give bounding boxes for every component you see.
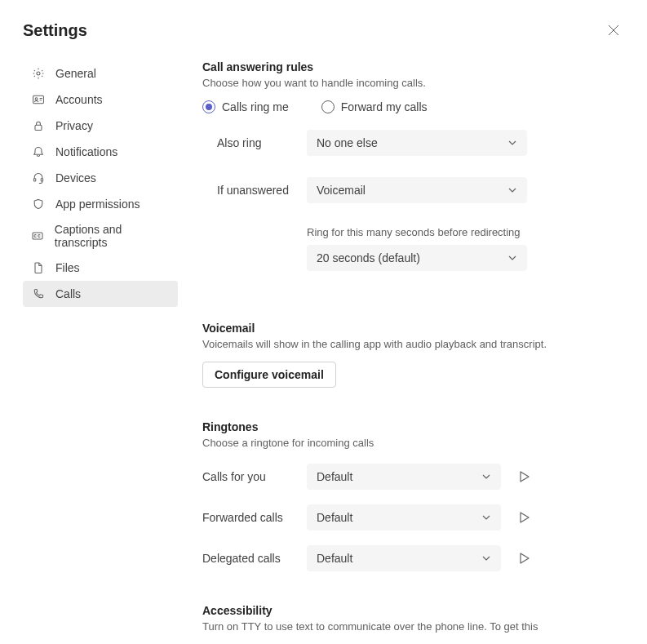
ringtone-calls-for-you-dropdown[interactable]: Default: [307, 464, 501, 490]
nav-item-captions[interactable]: Captions and transcripts: [23, 217, 178, 255]
nav-item-accounts[interactable]: Accounts: [23, 87, 178, 113]
chevron-down-icon: [507, 185, 517, 195]
ring-duration-label: Ring for this many seconds before redire…: [307, 226, 621, 238]
nav-item-general[interactable]: General: [23, 60, 178, 87]
dropdown-value: 20 seconds (default): [317, 251, 420, 264]
nav-item-label: Privacy: [55, 119, 93, 132]
svg-point-2: [35, 98, 38, 100]
ringtone-forwarded-label: Forwarded calls: [202, 511, 307, 524]
nav-item-label: Files: [55, 261, 80, 274]
svg-rect-1: [33, 95, 44, 104]
page-title: Settings: [23, 21, 87, 40]
ring-duration-dropdown[interactable]: 20 seconds (default): [307, 245, 527, 271]
section-ringtones: Ringtones Choose a ringtone for incoming…: [202, 420, 621, 571]
chevron-down-icon: [481, 513, 491, 522]
nav-item-label: App permissions: [55, 198, 140, 211]
radio-label: Forward my calls: [341, 100, 428, 113]
section-title: Call answering rules: [202, 60, 621, 73]
ringtone-delegated-label: Delegated calls: [202, 552, 307, 565]
dropdown-value: Default: [317, 511, 352, 524]
section-accessibility: Accessibility Turn on TTY to use text to…: [202, 604, 621, 633]
nav-item-devices[interactable]: Devices: [23, 165, 178, 191]
also-ring-label: Also ring: [202, 136, 307, 149]
section-title: Voicemail: [202, 322, 621, 335]
nav-item-label: Calls: [55, 287, 81, 300]
play-icon: [517, 511, 530, 524]
section-desc: Choose how you want to handle incoming c…: [202, 77, 621, 89]
chevron-down-icon: [507, 253, 517, 263]
play-ringtone-button[interactable]: [514, 467, 534, 486]
settings-sidebar: General Accounts Privacy Notifications: [23, 60, 178, 644]
nav-item-label: Accounts: [55, 93, 103, 106]
svg-rect-5: [41, 179, 42, 181]
close-button[interactable]: [603, 20, 624, 41]
svg-rect-3: [35, 125, 42, 130]
chevron-down-icon: [481, 472, 491, 482]
nav-item-label: Captions and transcripts: [55, 223, 170, 249]
section-title: Accessibility: [202, 604, 621, 617]
nav-item-label: Notifications: [55, 145, 117, 158]
shield-icon: [31, 197, 46, 211]
dropdown-value: Default: [317, 470, 352, 483]
bell-icon: [31, 144, 46, 159]
gear-icon: [31, 66, 46, 81]
nav-item-calls[interactable]: Calls: [23, 281, 178, 307]
section-title: Ringtones: [202, 420, 621, 433]
settings-content: Call answering rules Choose how you want…: [178, 60, 624, 644]
close-icon: [608, 24, 619, 36]
dropdown-value: No one else: [317, 136, 378, 149]
section-desc: Voicemails will show in the calling app …: [202, 338, 621, 350]
captions-icon: [31, 229, 45, 243]
nav-item-app-permissions[interactable]: App permissions: [23, 191, 178, 217]
also-ring-dropdown[interactable]: No one else: [307, 130, 527, 156]
if-unanswered-dropdown[interactable]: Voicemail: [307, 177, 527, 203]
nav-item-privacy[interactable]: Privacy: [23, 113, 178, 139]
configure-voicemail-button[interactable]: Configure voicemail: [202, 362, 336, 388]
section-voicemail: Voicemail Voicemails will show in the ca…: [202, 322, 621, 388]
phone-icon: [31, 286, 46, 301]
ringtone-delegated-dropdown[interactable]: Default: [307, 545, 501, 571]
ringtone-forwarded-dropdown[interactable]: Default: [307, 504, 501, 531]
section-call-rules: Call answering rules Choose how you want…: [202, 60, 621, 271]
play-ringtone-button[interactable]: [514, 508, 534, 527]
lock-icon: [31, 118, 46, 133]
nav-item-notifications[interactable]: Notifications: [23, 139, 178, 165]
ringtone-calls-for-you-label: Calls for you: [202, 470, 307, 483]
svg-point-0: [37, 72, 40, 75]
svg-rect-4: [33, 179, 35, 181]
radio-forward-calls[interactable]: Forward my calls: [321, 100, 428, 113]
headset-icon: [31, 171, 46, 185]
section-desc: Turn on TTY to use text to communicate o…: [202, 620, 621, 633]
play-icon: [517, 470, 530, 483]
nav-item-label: Devices: [55, 171, 96, 184]
chevron-down-icon: [507, 138, 517, 148]
id-card-icon: [31, 92, 46, 107]
dropdown-value: Default: [317, 552, 352, 565]
play-ringtone-button[interactable]: [514, 549, 534, 568]
chevron-down-icon: [481, 553, 491, 563]
settings-header: Settings: [23, 20, 624, 41]
nav-item-files[interactable]: Files: [23, 255, 178, 281]
if-unanswered-label: If unanswered: [202, 184, 307, 197]
section-desc: Choose a ringtone for incoming calls: [202, 437, 621, 449]
radio-checked-icon: [202, 100, 215, 113]
play-icon: [517, 552, 530, 565]
dropdown-value: Voicemail: [317, 184, 366, 197]
radio-unchecked-icon: [321, 100, 335, 113]
call-handling-radio-group: Calls ring me Forward my calls: [202, 100, 621, 113]
radio-calls-ring-me[interactable]: Calls ring me: [202, 100, 289, 113]
radio-label: Calls ring me: [222, 100, 289, 113]
nav-item-label: General: [55, 67, 96, 80]
file-icon: [31, 260, 46, 275]
